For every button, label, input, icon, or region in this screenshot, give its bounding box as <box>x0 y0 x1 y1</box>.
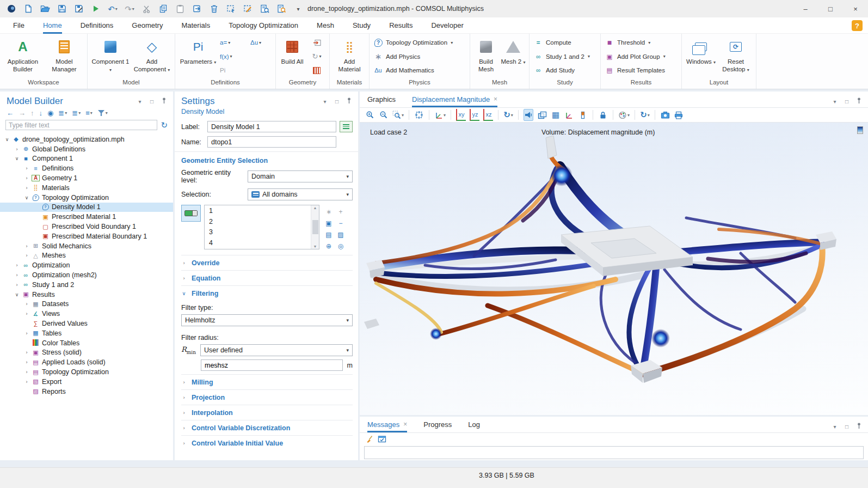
result-templates-button[interactable]: ▤Result Templates <box>605 65 677 76</box>
open-in-table-icon[interactable] <box>378 435 386 444</box>
snapshot-icon[interactable] <box>660 109 670 121</box>
move-down-icon[interactable]: ↓ <box>39 109 43 117</box>
menu-tab-developer[interactable]: Developer <box>431 17 463 34</box>
domain-list-item[interactable]: 3 <box>209 227 311 238</box>
section-equation[interactable]: ›Equation <box>181 270 353 285</box>
selection-select[interactable]: All domains ▾ <box>248 188 353 200</box>
copy-button[interactable] <box>156 2 170 16</box>
graphics-canvas[interactable]: Load case 2 Volume: Displacement magnitu… <box>360 123 868 415</box>
go-to-xz-view-button[interactable]: xz <box>483 109 493 121</box>
panel-float-icon[interactable]: □ <box>148 99 156 105</box>
tree-item-stress-solid[interactable]: ›▣Stress (solid) <box>0 348 173 358</box>
menu-tab-geometry[interactable]: Geometry <box>132 17 163 34</box>
refresh-icon[interactable]: ↻ <box>161 120 168 130</box>
tree-item-root-mph[interactable]: ∨◆drone_topology_optimization.mph <box>0 135 173 144</box>
default-view-icon[interactable]: ▾ <box>434 109 446 121</box>
tree-item-study-1-and-2[interactable]: ›∞Study 1 and 2 <box>0 280 173 290</box>
section-milling[interactable]: ›Milling <box>181 374 353 389</box>
zoom-box-icon[interactable]: ▾ <box>392 109 404 121</box>
redo-button[interactable]: ↷▾ <box>122 2 137 16</box>
tree-item-topology-optimization[interactable]: ∨?Topology Optimization <box>0 193 173 203</box>
menu-tab-materials[interactable]: Materials <box>181 17 210 34</box>
close-button[interactable]: × <box>843 0 868 17</box>
domain-list-item[interactable]: 2 <box>209 217 311 228</box>
zoom-out-icon[interactable] <box>379 109 389 121</box>
build-mesh-button[interactable]: Build Mesh <box>473 35 498 79</box>
remove-from-selection-icon[interactable]: − <box>335 217 347 229</box>
name-input[interactable] <box>207 136 336 148</box>
variables-button[interactable]: a=▾ <box>220 38 248 47</box>
go-to-xy-view-button[interactable]: xy <box>456 109 466 121</box>
save-button[interactable] <box>55 2 69 16</box>
close-tab-icon[interactable]: × <box>494 95 497 103</box>
show-icon[interactable]: ◉ <box>47 109 53 117</box>
panel-pin-icon[interactable] <box>160 97 168 105</box>
tree-item-prescribed-material-boundary-1[interactable]: ▣Prescribed Material Boundary 1 <box>0 231 173 241</box>
panel-pin-icon[interactable] <box>345 97 353 105</box>
zoom-to-selection-icon[interactable]: ⊕ <box>323 240 335 252</box>
tree-item-geometry-1[interactable]: ›AGeometry 1 <box>0 173 173 183</box>
save-as-button[interactable] <box>72 2 86 16</box>
filter-radius-input[interactable] <box>201 359 343 371</box>
menu-tab-home[interactable]: Home <box>43 17 62 34</box>
color-theme-icon[interactable]: ▾ <box>618 109 630 121</box>
component-1-button[interactable]: Component 1 ▾ <box>91 35 130 79</box>
open-file-button[interactable] <box>38 2 52 16</box>
menu-tab-definitions[interactable]: Definitions <box>81 17 114 34</box>
tree-item-export[interactable]: ›▧Export <box>0 377 173 387</box>
menu-tab-topology-optimization[interactable]: Topology Optimization <box>229 17 298 34</box>
topology-optimization-interface-button[interactable]: ?Topology Optimization▾ <box>374 37 465 48</box>
cut-button[interactable] <box>139 2 153 16</box>
delete-button[interactable] <box>207 2 221 16</box>
tree-item-topology-optimization-results[interactable]: ›▤Topology Optimization <box>0 367 173 377</box>
paste-button[interactable] <box>173 2 187 16</box>
parameters-button[interactable]: Pi Parameters ▾ <box>178 35 218 79</box>
tab-messages[interactable]: Messages× <box>367 416 407 432</box>
menu-tab-mesh[interactable]: Mesh <box>317 17 334 34</box>
tree-item-optimization[interactable]: ›∞Optimization <box>0 260 173 270</box>
panel-menu-icon[interactable]: ▾ <box>321 99 329 105</box>
threshold-button[interactable]: ■Threshold▾ <box>605 37 677 48</box>
panel-pin-icon[interactable] <box>855 423 863 430</box>
tree-item-reports[interactable]: ▨Reports <box>0 387 173 396</box>
menu-tab-study[interactable]: Study <box>353 17 371 34</box>
domain-list-item[interactable]: 1 <box>209 206 311 217</box>
tree-item-prescribed-material-1[interactable]: ▣Prescribed Material 1 <box>0 212 173 222</box>
panel-menu-icon[interactable]: ▾ <box>831 99 839 105</box>
zoom-extents-icon[interactable] <box>414 109 424 121</box>
menu-tab-results[interactable]: Results <box>389 17 413 34</box>
paste-selection-icon[interactable]: ▤ <box>323 229 335 240</box>
scene-light-icon[interactable] <box>524 109 533 121</box>
tree-item-views[interactable]: ›∡Views <box>0 309 173 319</box>
section-control-variable-discretization[interactable]: ›Control Variable Discretization <box>181 420 353 435</box>
new-file-button[interactable] <box>21 2 35 16</box>
filter-icon[interactable]: ▾ <box>97 109 108 117</box>
print-icon[interactable] <box>674 109 684 121</box>
panel-float-icon[interactable]: □ <box>843 424 851 430</box>
delta-u-button[interactable]: Δu▾ <box>250 38 272 47</box>
tab-graphics[interactable]: Graphics <box>367 91 396 107</box>
back-icon[interactable]: ← <box>7 109 14 117</box>
select-box-button[interactable] <box>224 2 238 16</box>
tree-item-materials[interactable]: ›⣿Materials <box>0 183 173 193</box>
move-up-icon[interactable]: ↑ <box>30 109 34 117</box>
find-button[interactable] <box>257 2 272 16</box>
study-1-and-2-button[interactable]: ∞Study 1 and 2▾ <box>534 51 596 62</box>
collapse-all-icon[interactable]: ≣▾ <box>58 109 67 117</box>
forward-icon[interactable]: → <box>19 109 26 117</box>
compute-button[interactable]: =Compute <box>534 37 596 48</box>
tree-item-optimization-mesh2[interactable]: ›∞Optimization (mesh2) <box>0 270 173 280</box>
reset-desktop-button[interactable]: ⟳ Reset Desktop ▾ <box>719 35 753 79</box>
application-builder-button[interactable]: A Application Builder <box>3 35 42 79</box>
model-tree-node-text-icon[interactable]: ≡▾ <box>85 109 93 117</box>
menu-tab-file[interactable]: File <box>13 17 24 34</box>
show-axis-orientation-icon[interactable] <box>564 109 574 121</box>
show-color-legend-icon[interactable] <box>578 109 588 121</box>
expand-all-icon[interactable]: ≣▾ <box>72 109 81 117</box>
geometry-import-button[interactable] <box>313 38 321 47</box>
panel-pin-icon[interactable] <box>855 97 863 105</box>
add-mathematics-button[interactable]: ΔuAdd Mathematics <box>374 65 465 76</box>
messages-output-area[interactable] <box>364 446 864 459</box>
customize-toolbar-button[interactable]: ▾ <box>291 2 305 16</box>
tab-progress[interactable]: Progress <box>423 416 452 432</box>
